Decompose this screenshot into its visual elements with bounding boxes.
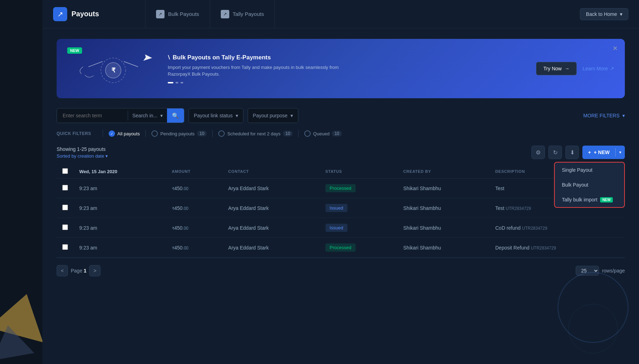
qf-queued[interactable]: Queued 10 bbox=[304, 130, 342, 137]
search-icon: 🔍 bbox=[172, 112, 179, 119]
row-status-1: Issued bbox=[320, 198, 398, 218]
banner-close-button[interactable]: ✕ bbox=[612, 45, 618, 52]
row-checkbox-2[interactable] bbox=[62, 224, 68, 230]
dot-2 bbox=[175, 82, 178, 83]
table-row: 9:23 am ₹450.00 Arya Eddard Stark Issued… bbox=[57, 218, 625, 238]
row-checkbox-cell bbox=[57, 178, 74, 198]
select-all-checkbox[interactable] bbox=[62, 168, 68, 174]
qf-pending-label: Pending payouts bbox=[160, 131, 195, 136]
sorted-by: Sorted by creation date ▾ bbox=[57, 153, 108, 159]
tab-tally-payouts[interactable]: ↗ Tally Payouts bbox=[210, 0, 275, 28]
qf-pending-icon bbox=[151, 130, 158, 137]
tally-payouts-tab-icon: ↗ bbox=[221, 10, 229, 18]
single-payout-label: Single Payout bbox=[562, 167, 592, 173]
banner-content: ⧵ Bulk Payouts on Tally E-Payments Impor… bbox=[168, 54, 528, 83]
quick-filters: QUICK FILTERS All payouts Pending payout… bbox=[57, 130, 625, 137]
banner-description: Import your payment vouchers from Tally … bbox=[168, 64, 345, 78]
table-row: 9:23 am ₹450.00 Arya Eddard Stark Proces… bbox=[57, 178, 625, 198]
qf-pending-payouts[interactable]: Pending payouts 10 bbox=[151, 130, 207, 137]
back-to-home-button[interactable]: Back to Home ▾ bbox=[580, 8, 628, 20]
payouts-title: Payouts bbox=[71, 10, 99, 18]
banner-title: ⧵ Bulk Payouts on Tally E-Payments bbox=[168, 54, 528, 61]
back-to-home-label: Back to Home bbox=[586, 11, 617, 17]
banner-title-icon: ⧵ bbox=[168, 54, 170, 61]
quick-filters-label: QUICK FILTERS bbox=[57, 131, 91, 136]
payout-link-status-filter[interactable]: Payout link status ▾ bbox=[189, 108, 243, 123]
tally-new-badge: NEW bbox=[600, 197, 612, 202]
qf-scheduled[interactable]: Scheduled for next 2 days 10 bbox=[218, 130, 293, 137]
rows-per-page-select[interactable]: 25 50 100 bbox=[576, 266, 599, 276]
main-content: ↗ Payouts ↗ Bulk Payouts ↗ Tally Payouts… bbox=[42, 0, 639, 364]
new-button[interactable]: + + NEW ▾ bbox=[582, 146, 625, 159]
menu-item-bulk-payout[interactable]: Bulk Payout bbox=[555, 177, 624, 192]
banner-dots bbox=[168, 82, 528, 83]
qf-separator-3 bbox=[212, 130, 213, 137]
pagination: < Page 1 > 25 50 100 rows/page bbox=[57, 258, 625, 280]
prev-page-button[interactable]: < bbox=[57, 265, 68, 276]
search-input-wrap: Search in... ▾ 🔍 bbox=[57, 108, 184, 123]
back-to-home-chevron-icon: ▾ bbox=[620, 11, 622, 17]
row-checkbox-1[interactable] bbox=[62, 205, 68, 210]
th-checkbox bbox=[57, 165, 74, 178]
row-contact-1: Arya Eddard Stark bbox=[223, 198, 320, 218]
banner-new-badge: NEW bbox=[67, 47, 82, 54]
settings-button[interactable]: ⚙ bbox=[531, 146, 545, 159]
search-input[interactable] bbox=[57, 113, 128, 118]
settings-icon: ⚙ bbox=[536, 149, 541, 156]
new-button-label: + + NEW bbox=[582, 149, 615, 155]
new-btn-chevron-icon[interactable]: ▾ bbox=[616, 146, 625, 159]
table-actions: ⚙ ↻ ⬇ + + NEW ▾ bbox=[531, 146, 625, 159]
row-status-3: Processed bbox=[320, 238, 398, 258]
row-amount-2: ₹450.00 bbox=[166, 218, 223, 238]
next-page-button[interactable]: > bbox=[89, 265, 100, 276]
status-badge-1: Issued bbox=[326, 204, 347, 212]
tab-bulk-payouts[interactable]: ↗ Bulk Payouts bbox=[145, 0, 210, 28]
search-button[interactable]: 🔍 bbox=[167, 108, 184, 123]
download-button[interactable]: ⬇ bbox=[565, 146, 579, 159]
row-created-by-0: Shikari Shambhu bbox=[398, 178, 490, 198]
try-now-button[interactable]: Try Now → bbox=[536, 62, 577, 75]
rows-label: rows/page bbox=[602, 268, 625, 274]
menu-item-tally-bulk-import[interactable]: Tally bulk import NEW bbox=[555, 192, 624, 207]
dot-3 bbox=[180, 82, 183, 83]
learn-more-button[interactable]: Learn More ↗ bbox=[582, 66, 614, 71]
tally-payouts-tab-label: Tally Payouts bbox=[233, 11, 264, 17]
th-date: Wed, 15 Jan 2020 bbox=[74, 165, 166, 178]
payout-purpose-filter[interactable]: Payout purpose ▾ bbox=[248, 108, 298, 123]
row-amount-3: ₹450.00 bbox=[166, 238, 223, 258]
qf-all-payouts-label: All payouts bbox=[117, 131, 140, 136]
refresh-button[interactable]: ↻ bbox=[548, 146, 562, 159]
sidebar bbox=[0, 0, 42, 364]
row-checkbox-0[interactable] bbox=[62, 185, 68, 190]
qf-all-payouts-icon bbox=[109, 130, 115, 137]
row-created-by-3: Shikari Shambhu bbox=[398, 238, 490, 258]
menu-item-single-payout[interactable]: Single Payout bbox=[555, 163, 624, 177]
nav-tabs: ↗ Bulk Payouts ↗ Tally Payouts bbox=[145, 0, 275, 28]
search-in-chevron-icon: ▾ bbox=[160, 113, 163, 118]
row-checkbox-3[interactable] bbox=[62, 244, 68, 250]
tally-bulk-import-label: Tally bulk import bbox=[562, 197, 597, 202]
filters-row: Search in... ▾ 🔍 Payout link status ▾ Pa… bbox=[57, 108, 625, 123]
rows-per-page: 25 50 100 rows/page bbox=[576, 266, 625, 276]
sort-value[interactable]: creation date ▾ bbox=[77, 153, 108, 159]
payouts-logo-icon: ↗ bbox=[53, 7, 67, 21]
qf-all-payouts[interactable]: All payouts bbox=[109, 130, 140, 137]
qf-separator-1 bbox=[103, 130, 103, 137]
showing-text: Showing 1-25 payouts bbox=[57, 146, 108, 152]
row-status-0: Processed bbox=[320, 178, 398, 198]
bulk-payouts-tab-label: Bulk Payouts bbox=[168, 11, 199, 17]
svg-text:₹: ₹ bbox=[111, 67, 116, 74]
deco-circle-1 bbox=[558, 272, 628, 343]
row-status-2: Issued bbox=[320, 218, 398, 238]
banner: NEW ₹ ⧵ Bu bbox=[57, 39, 625, 98]
sidebar-deco-2 bbox=[0, 322, 34, 360]
more-filters-chevron-icon: ▾ bbox=[622, 113, 625, 118]
logo-section: ↗ Payouts bbox=[53, 7, 145, 21]
page-nav: < Page 1 > bbox=[57, 265, 100, 276]
page-label: Page 1 bbox=[71, 268, 86, 274]
page-number: 1 bbox=[84, 268, 87, 274]
download-icon: ⬇ bbox=[570, 149, 575, 156]
row-created-by-1: Shikari Shambhu bbox=[398, 198, 490, 218]
search-in-dropdown[interactable]: Search in... ▾ bbox=[128, 108, 167, 123]
more-filters-button[interactable]: MORE FILTERS ▾ bbox=[583, 113, 625, 118]
